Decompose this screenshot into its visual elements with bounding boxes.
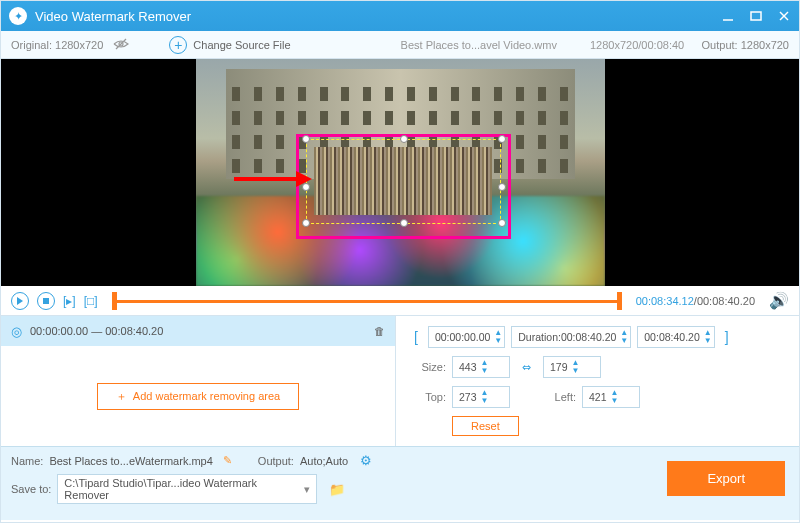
app-logo-icon: ✦ [9, 7, 27, 25]
maximize-button[interactable] [749, 9, 763, 23]
top-input[interactable]: 273▲▼ [452, 386, 510, 408]
mark-in-button[interactable]: [▸] [63, 294, 76, 308]
path-dropdown-icon[interactable]: ▾ [304, 483, 310, 496]
info-bar: Original: 1280x720 + Change Source File … [1, 31, 799, 59]
target-icon: ◎ [11, 324, 22, 339]
title-bar: ✦ Video Watermark Remover [1, 1, 799, 31]
filemeta-label: 1280x720/00:08:40 [590, 39, 684, 51]
plus-icon: + [169, 36, 187, 54]
svg-marker-8 [17, 297, 23, 305]
resize-handle[interactable] [400, 135, 408, 143]
change-source-button[interactable]: + Change Source File [169, 36, 290, 54]
video-preview[interactable] [1, 59, 799, 286]
name-label: Name: [11, 455, 43, 467]
plus-icon: ＋ [116, 389, 127, 404]
resize-handle[interactable] [498, 183, 506, 191]
width-input[interactable]: 443▲▼ [452, 356, 510, 378]
start-time-input[interactable]: 00:00:00.00▲▼ [428, 326, 505, 348]
close-button[interactable] [777, 9, 791, 23]
mark-out-button[interactable]: [□] [84, 294, 98, 308]
footer-bar: Name: Best Places to...eWatermark.mp4 ✎ … [1, 446, 799, 520]
app-title: Video Watermark Remover [35, 9, 191, 24]
annotation-arrow-icon [234, 171, 312, 191]
add-area-label: Add watermark removing area [133, 390, 280, 402]
resize-handle[interactable] [400, 219, 408, 227]
time-display: 00:08:34.12/00:08:40.20 [636, 295, 755, 307]
left-label: Left: [536, 391, 576, 403]
link-aspect-icon[interactable]: ⇔ [522, 361, 531, 374]
height-input[interactable]: 179▲▼ [543, 356, 601, 378]
minimize-button[interactable] [721, 9, 735, 23]
add-watermark-area-button[interactable]: ＋ Add watermark removing area [97, 383, 299, 410]
resize-handle[interactable] [498, 219, 506, 227]
resize-handle[interactable] [302, 219, 310, 227]
original-size-label: Original: 1280x720 [11, 39, 103, 51]
selection-inner-box[interactable] [306, 139, 501, 224]
timeline-end-handle[interactable] [617, 292, 622, 310]
resize-handle[interactable] [498, 135, 506, 143]
volume-icon[interactable]: 🔊 [769, 291, 789, 310]
output-settings-icon[interactable]: ⚙ [360, 453, 372, 468]
bracket-right-icon[interactable]: ] [721, 329, 733, 345]
duration-display[interactable]: Duration:00:08:40.20▲▼ [511, 326, 631, 348]
bracket-left-icon[interactable]: [ [410, 329, 422, 345]
svg-marker-7 [296, 171, 312, 187]
size-label: Size: [410, 361, 446, 373]
playback-bar: [▸] [□] 00:08:34.12/00:08:40.20 🔊 [1, 286, 799, 316]
preview-toggle-icon[interactable] [113, 38, 129, 52]
resize-handle[interactable] [302, 135, 310, 143]
top-label: Top: [410, 391, 446, 403]
save-path-input[interactable]: C:\Tipard Studio\Tipar...ideo Watermark … [57, 474, 317, 504]
stop-button[interactable] [37, 292, 55, 310]
delete-segment-icon[interactable]: 🗑 [374, 325, 385, 337]
left-input[interactable]: 421▲▼ [582, 386, 640, 408]
output-size-label: Output: 1280x720 [702, 39, 789, 51]
svg-rect-9 [43, 298, 49, 304]
play-button[interactable] [11, 292, 29, 310]
output-name-value: Best Places to...eWatermark.mp4 [49, 455, 212, 467]
edit-name-icon[interactable]: ✎ [223, 454, 232, 467]
timeline-slider[interactable] [112, 291, 622, 311]
properties-panel: [ 00:00:00.00▲▼ Duration:00:08:40.20▲▼ 0… [396, 316, 799, 446]
end-time-input[interactable]: 00:08:40.20▲▼ [637, 326, 714, 348]
segments-panel: ◎ 00:00:00.00 — 00:08:40.20 🗑 ＋ Add wate… [1, 316, 396, 446]
open-folder-icon[interactable]: 📁 [329, 482, 345, 497]
output-label: Output: [258, 455, 294, 467]
save-path-value: C:\Tipard Studio\Tipar...ideo Watermark … [64, 477, 304, 501]
save-to-label: Save to: [11, 483, 51, 495]
filename-label: Best Places to...avel Video.wmv [401, 39, 557, 51]
segment-range: 00:00:00.00 — 00:08:40.20 [30, 325, 163, 337]
segment-row[interactable]: ◎ 00:00:00.00 — 00:08:40.20 🗑 [1, 316, 395, 346]
file-info: Best Places to...avel Video.wmv 1280x720… [401, 39, 685, 51]
change-source-label: Change Source File [193, 39, 290, 51]
timeline-start-handle[interactable] [112, 292, 117, 310]
export-button[interactable]: Export [667, 461, 785, 496]
output-format-value: Auto;Auto [300, 455, 348, 467]
svg-rect-1 [751, 12, 761, 20]
reset-button[interactable]: Reset [452, 416, 519, 436]
